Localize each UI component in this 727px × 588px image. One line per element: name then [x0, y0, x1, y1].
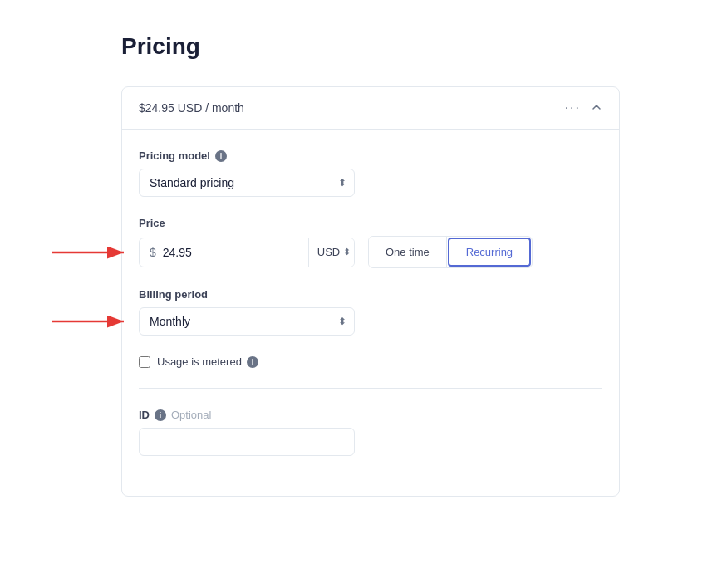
currency-selector[interactable]: USD ⬍	[308, 238, 355, 267]
currency-symbol: $	[140, 246, 163, 259]
pricing-model-select-wrapper: Standard pricing Package pricing Graduat…	[139, 169, 355, 197]
pricing-summary: $24.95 USD / month	[139, 101, 244, 115]
pricing-card-body: Pricing model i Standard pricing Package…	[122, 130, 619, 496]
price-input[interactable]	[163, 246, 308, 259]
one-time-button[interactable]: One time	[369, 237, 447, 267]
usage-metered-row: Usage is metered i	[139, 355, 602, 368]
pricing-model-info-icon[interactable]: i	[215, 150, 227, 162]
billing-period-wrapper: Monthly Weekly Daily Every 3 months Ever…	[139, 307, 355, 336]
pricing-model-group: Pricing model i Standard pricing Package…	[139, 149, 602, 197]
billing-period-select[interactable]: Monthly Weekly Daily Every 3 months Ever…	[139, 307, 355, 336]
id-label: ID	[139, 409, 150, 421]
price-input-wrapper: $ USD ⬍	[139, 238, 355, 267]
id-optional-label: Optional	[171, 409, 211, 421]
pricing-model-label: Pricing model i	[139, 149, 602, 162]
pricing-model-select[interactable]: Standard pricing Package pricing Graduat…	[139, 169, 355, 197]
arrow-billing-icon	[52, 313, 130, 330]
billing-period-group: Billing period Monthly	[139, 288, 602, 336]
price-label: Price	[139, 217, 602, 229]
arrow-recurring-icon	[528, 236, 533, 249]
usage-metered-label: Usage is metered i	[157, 355, 258, 368]
section-divider	[139, 388, 602, 389]
pricing-card-header: $24.95 USD / month ···	[122, 87, 619, 130]
price-row: $ USD ⬍	[139, 236, 602, 268]
arrow-price-icon	[52, 244, 130, 261]
more-options-icon[interactable]: ···	[565, 100, 581, 115]
price-group: Price $	[139, 217, 602, 268]
currency-chevron-icon: ⬍	[343, 247, 351, 257]
header-actions: ···	[565, 100, 602, 115]
id-input[interactable]	[139, 428, 355, 456]
id-label-row: ID i Optional	[139, 409, 602, 421]
id-info-icon[interactable]: i	[155, 409, 166, 421]
price-type-buttons: One time Recurring	[368, 236, 533, 268]
billing-period-label: Billing period	[139, 288, 602, 301]
usage-metered-info-icon[interactable]: i	[247, 356, 258, 368]
billing-period-select-wrapper: Monthly Weekly Daily Every 3 months Ever…	[139, 307, 355, 336]
collapse-icon[interactable]	[591, 101, 602, 115]
usage-metered-checkbox[interactable]	[139, 356, 150, 368]
recurring-button[interactable]: Recurring	[448, 238, 531, 267]
pricing-card: $24.95 USD / month ··· Pricing model i	[121, 86, 620, 497]
id-field-group: ID i Optional	[139, 409, 602, 456]
page-title: Pricing	[121, 33, 727, 60]
currency-label: USD	[317, 246, 340, 258]
